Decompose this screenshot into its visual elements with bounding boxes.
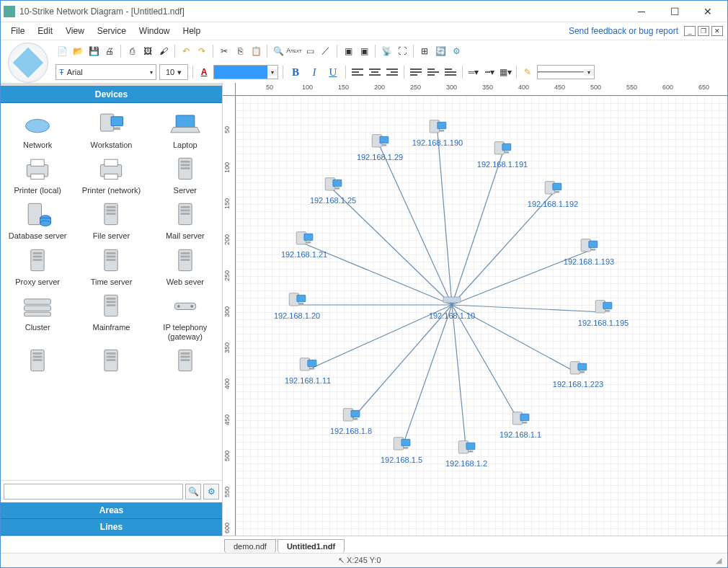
device-item-laptop[interactable]: Laptop: [153, 107, 218, 151]
device-item-dbserver[interactable]: Database server: [5, 198, 70, 242]
node-6[interactable]: 192.168.1.193: [564, 236, 614, 266]
font-color-icon[interactable]: A: [197, 66, 210, 79]
paint-icon[interactable]: 🖌: [157, 45, 170, 58]
maximize-button[interactable]: ☐: [658, 1, 691, 22]
image-icon[interactable]: 🖼: [141, 45, 154, 58]
text-tool-icon[interactable]: ATEXT: [288, 45, 301, 58]
redo-icon[interactable]: ↷: [195, 45, 208, 58]
node-14[interactable]: 192.168.1.2: [445, 438, 487, 468]
align-right-icon[interactable]: [385, 66, 399, 79]
device-item-pc[interactable]: Workstation: [79, 107, 143, 151]
menu-help[interactable]: Help: [177, 25, 207, 37]
find-icon[interactable]: 🔍: [272, 45, 285, 58]
refresh-icon[interactable]: 🔄: [434, 45, 447, 58]
menu-view[interactable]: View: [60, 25, 90, 37]
line-style-icon[interactable]: ═▾: [467, 66, 480, 79]
document-tab[interactable]: Untitled1.ndf: [278, 539, 345, 553]
device-item-mainframe[interactable]: Mainframe: [79, 290, 143, 343]
device-search-input[interactable]: [4, 484, 183, 500]
node-12[interactable]: 192.168.1.1: [500, 409, 541, 439]
device-item-cluster[interactable]: Cluster: [5, 290, 70, 343]
feedback-link[interactable]: Send feedback or bug report: [569, 26, 678, 36]
node-center[interactable]: 192.168.1.10: [429, 290, 475, 320]
node-5[interactable]: 192.168.1.21: [281, 228, 327, 259]
scan-icon[interactable]: 📡: [380, 45, 393, 58]
diagram-canvas[interactable]: 192.168.1.10192.168.1.190192.168.1.29192…: [236, 96, 727, 536]
node-0[interactable]: 192.168.1.190: [412, 117, 463, 147]
undo-icon[interactable]: ↶: [179, 45, 192, 58]
cut-icon[interactable]: ✂: [218, 45, 231, 58]
device-item-mailserver[interactable]: Mail server: [153, 198, 218, 242]
align-left-icon[interactable]: [350, 66, 365, 79]
resize-grip-icon[interactable]: ◢: [716, 556, 722, 565]
paste-icon[interactable]: 📋: [249, 45, 262, 58]
line-color-icon[interactable]: ✎: [521, 66, 534, 79]
shape-icon[interactable]: ▭: [303, 45, 316, 58]
node-10[interactable]: 192.168.1.223: [553, 358, 603, 389]
fill-color-select[interactable]: ▾: [213, 65, 278, 79]
node-3[interactable]: 192.168.1.25: [310, 174, 356, 205]
line-dash-icon[interactable]: ┅▾: [483, 66, 496, 79]
device-item-more[interactable]: [5, 345, 70, 379]
line-icon[interactable]: ／: [319, 45, 332, 58]
underline-button[interactable]: U: [325, 65, 341, 79]
valign-top-icon[interactable]: [409, 66, 423, 79]
pattern-icon[interactable]: ▦▾: [499, 66, 512, 79]
italic-button[interactable]: I: [306, 65, 322, 79]
settings-icon[interactable]: ⚙: [450, 45, 463, 58]
ungroup-icon[interactable]: ▣: [358, 45, 370, 58]
node-4[interactable]: 192.168.1.192: [528, 178, 578, 208]
lines-panel-header[interactable]: Lines: [1, 519, 222, 536]
mdi-minimize[interactable]: _: [684, 26, 696, 36]
device-search-button[interactable]: 🔍: [185, 484, 201, 500]
node-8[interactable]: 192.168.1.195: [578, 297, 629, 327]
node-9[interactable]: 192.168.1.11: [285, 355, 331, 385]
menu-service[interactable]: Service: [92, 25, 132, 37]
open-file-icon[interactable]: 📂: [71, 45, 84, 58]
valign-bot-icon[interactable]: [443, 66, 458, 79]
document-tab[interactable]: demo.ndf: [224, 539, 276, 553]
valign-mid-icon[interactable]: [426, 66, 440, 79]
device-item-webserver[interactable]: Web sever: [153, 244, 218, 288]
node-7[interactable]: 192.168.1.20: [274, 290, 320, 320]
workstation-icon: [296, 355, 319, 375]
export-icon[interactable]: ⎙: [125, 45, 138, 58]
device-item-printer-net[interactable]: Printer (network): [79, 153, 143, 197]
mdi-close[interactable]: ✕: [711, 26, 723, 36]
menu-file[interactable]: File: [5, 25, 30, 37]
node-11[interactable]: 192.168.1.8: [330, 405, 372, 435]
devices-grid[interactable]: NetworkWorkstationLaptopPrinter (local)P…: [1, 103, 222, 480]
device-item-printer[interactable]: Printer (local): [5, 153, 70, 197]
font-size-select[interactable]: 10 ▾: [159, 64, 188, 80]
node-13[interactable]: 192.168.1.5: [381, 434, 422, 464]
svg-rect-29: [33, 255, 43, 257]
layout-icon[interactable]: ⊞: [418, 45, 431, 58]
close-button[interactable]: ✕: [691, 1, 724, 22]
device-item-cloud[interactable]: Network: [5, 107, 70, 151]
group-icon[interactable]: ▣: [342, 45, 355, 58]
app-logo[interactable]: [8, 43, 48, 83]
mdi-restore[interactable]: ❐: [698, 26, 709, 36]
device-item-server[interactable]: Server: [153, 153, 218, 197]
device-item-fileserver[interactable]: File server: [79, 198, 143, 242]
new-file-icon[interactable]: 📄: [56, 45, 68, 58]
node-2[interactable]: 192.168.1.191: [477, 138, 528, 169]
minimize-button[interactable]: ─: [625, 1, 658, 22]
devices-panel-header[interactable]: Devices: [1, 86, 222, 103]
zoom-fit-icon[interactable]: ⛶: [396, 45, 409, 58]
menu-window[interactable]: Window: [133, 25, 176, 37]
menu-edit[interactable]: Edit: [32, 25, 58, 37]
device-item-timeserver[interactable]: Time server: [79, 244, 143, 288]
align-center-icon[interactable]: [368, 66, 382, 79]
device-item-proxy[interactable]: Proxy server: [5, 244, 70, 288]
save-file-icon[interactable]: 💾: [87, 45, 100, 58]
copy-icon[interactable]: ⎘: [234, 45, 247, 58]
device-settings-button[interactable]: ⚙: [203, 484, 219, 500]
print-icon[interactable]: 🖨: [103, 45, 116, 58]
areas-panel-header[interactable]: Areas: [1, 502, 222, 519]
line-color-select[interactable]: ▾: [537, 65, 595, 79]
bold-button[interactable]: B: [288, 65, 303, 79]
device-item-iptel[interactable]: IP telephony (gateway): [153, 290, 218, 343]
font-family-select[interactable]: Ŧ Arial ▾: [56, 64, 156, 80]
node-1[interactable]: 192.168.1.29: [357, 131, 403, 161]
